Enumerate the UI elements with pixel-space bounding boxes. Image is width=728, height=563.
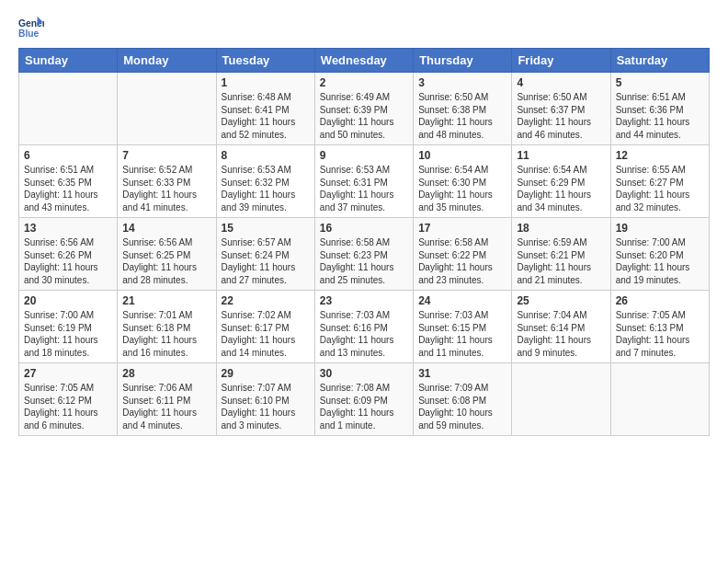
day-number: 2 xyxy=(320,76,408,89)
weekday-friday: Friday xyxy=(512,49,610,73)
day-number: 8 xyxy=(222,149,310,162)
weekday-thursday: Thursday xyxy=(414,49,512,73)
week-row-3: 13Sunrise: 6:56 AMSunset: 6:26 PMDayligh… xyxy=(19,218,710,291)
calendar-cell: 12Sunrise: 6:55 AMSunset: 6:27 PMDayligh… xyxy=(610,145,709,218)
day-number: 16 xyxy=(320,222,408,235)
day-info: Sunrise: 7:05 AMSunset: 6:13 PMDaylight:… xyxy=(616,309,704,359)
calendar-cell: 23Sunrise: 7:03 AMSunset: 6:16 PMDayligh… xyxy=(314,291,413,363)
calendar-cell: 14Sunrise: 6:56 AMSunset: 6:25 PMDayligh… xyxy=(118,218,216,291)
calendar-cell: 4Sunrise: 6:50 AMSunset: 6:37 PMDaylight… xyxy=(512,73,610,145)
day-info: Sunrise: 7:09 AMSunset: 6:08 PMDaylight:… xyxy=(418,382,506,431)
calendar-cell: 13Sunrise: 6:56 AMSunset: 6:26 PMDayligh… xyxy=(19,218,118,291)
calendar-cell: 19Sunrise: 7:00 AMSunset: 6:20 PMDayligh… xyxy=(610,218,709,291)
calendar-cell: 26Sunrise: 7:05 AMSunset: 6:13 PMDayligh… xyxy=(610,291,709,363)
day-number: 6 xyxy=(24,149,112,162)
calendar-cell: 27Sunrise: 7:05 AMSunset: 6:12 PMDayligh… xyxy=(19,363,118,436)
day-info: Sunrise: 7:04 AMSunset: 6:14 PMDaylight:… xyxy=(517,309,605,359)
day-number: 5 xyxy=(616,76,704,89)
day-info: Sunrise: 6:50 AMSunset: 6:38 PMDaylight:… xyxy=(418,91,506,141)
day-number: 23 xyxy=(320,294,408,307)
day-number: 31 xyxy=(418,367,506,380)
day-info: Sunrise: 7:06 AMSunset: 6:11 PMDaylight:… xyxy=(122,382,210,431)
calendar-header: SundayMondayTuesdayWednesdayThursdayFrid… xyxy=(19,49,710,73)
calendar-cell: 31Sunrise: 7:09 AMSunset: 6:08 PMDayligh… xyxy=(414,363,512,436)
day-number: 15 xyxy=(222,222,310,235)
calendar-cell xyxy=(118,73,216,145)
day-info: Sunrise: 7:08 AMSunset: 6:09 PMDaylight:… xyxy=(320,382,408,431)
day-number: 1 xyxy=(222,76,310,89)
day-number: 17 xyxy=(418,222,506,235)
calendar-cell xyxy=(19,73,118,145)
day-info: Sunrise: 7:01 AMSunset: 6:18 PMDaylight:… xyxy=(122,309,210,359)
calendar-cell: 25Sunrise: 7:04 AMSunset: 6:14 PMDayligh… xyxy=(512,291,610,363)
day-number: 21 xyxy=(122,294,210,307)
calendar-cell: 16Sunrise: 6:58 AMSunset: 6:23 PMDayligh… xyxy=(314,218,413,291)
calendar-cell: 11Sunrise: 6:54 AMSunset: 6:29 PMDayligh… xyxy=(512,145,610,218)
day-info: Sunrise: 7:02 AMSunset: 6:17 PMDaylight:… xyxy=(222,309,310,359)
day-info: Sunrise: 6:58 AMSunset: 6:22 PMDaylight:… xyxy=(418,236,506,286)
day-number: 13 xyxy=(24,222,112,235)
day-info: Sunrise: 7:00 AMSunset: 6:20 PMDaylight:… xyxy=(616,236,704,286)
week-row-1: 1Sunrise: 6:48 AMSunset: 6:41 PMDaylight… xyxy=(19,73,710,145)
calendar-cell: 3Sunrise: 6:50 AMSunset: 6:38 PMDaylight… xyxy=(414,73,512,145)
weekday-sunday: Sunday xyxy=(19,49,118,73)
day-info: Sunrise: 6:52 AMSunset: 6:33 PMDaylight:… xyxy=(122,164,210,213)
day-info: Sunrise: 6:49 AMSunset: 6:39 PMDaylight:… xyxy=(320,91,408,141)
day-number: 18 xyxy=(517,222,605,235)
day-number: 3 xyxy=(418,76,506,89)
calendar: SundayMondayTuesdayWednesdayThursdayFrid… xyxy=(18,48,710,436)
calendar-cell xyxy=(512,363,610,436)
calendar-cell: 6Sunrise: 6:51 AMSunset: 6:35 PMDaylight… xyxy=(19,145,118,218)
day-info: Sunrise: 7:03 AMSunset: 6:15 PMDaylight:… xyxy=(418,309,506,359)
day-number: 25 xyxy=(517,294,605,307)
day-info: Sunrise: 7:05 AMSunset: 6:12 PMDaylight:… xyxy=(24,382,112,431)
day-info: Sunrise: 6:58 AMSunset: 6:23 PMDaylight:… xyxy=(320,236,408,286)
day-number: 24 xyxy=(418,294,506,307)
calendar-cell: 17Sunrise: 6:58 AMSunset: 6:22 PMDayligh… xyxy=(414,218,512,291)
day-info: Sunrise: 6:51 AMSunset: 6:35 PMDaylight:… xyxy=(24,164,112,213)
day-info: Sunrise: 6:56 AMSunset: 6:25 PMDaylight:… xyxy=(122,236,210,286)
day-number: 10 xyxy=(418,149,506,162)
calendar-cell: 7Sunrise: 6:52 AMSunset: 6:33 PMDaylight… xyxy=(118,145,216,218)
calendar-cell: 9Sunrise: 6:53 AMSunset: 6:31 PMDaylight… xyxy=(314,145,413,218)
day-info: Sunrise: 7:00 AMSunset: 6:19 PMDaylight:… xyxy=(24,309,112,359)
page-header: General Blue xyxy=(18,15,710,40)
day-info: Sunrise: 6:53 AMSunset: 6:31 PMDaylight:… xyxy=(320,164,408,213)
day-number: 9 xyxy=(320,149,408,162)
day-number: 20 xyxy=(24,294,112,307)
calendar-cell: 5Sunrise: 6:51 AMSunset: 6:36 PMDaylight… xyxy=(610,73,709,145)
day-number: 14 xyxy=(122,222,210,235)
day-number: 29 xyxy=(222,367,310,380)
calendar-cell: 29Sunrise: 7:07 AMSunset: 6:10 PMDayligh… xyxy=(216,363,314,436)
day-number: 27 xyxy=(24,367,112,380)
day-info: Sunrise: 6:50 AMSunset: 6:37 PMDaylight:… xyxy=(517,91,605,141)
day-number: 30 xyxy=(320,367,408,380)
weekday-header-row: SundayMondayTuesdayWednesdayThursdayFrid… xyxy=(19,49,710,73)
calendar-cell: 24Sunrise: 7:03 AMSunset: 6:15 PMDayligh… xyxy=(414,291,512,363)
day-info: Sunrise: 6:55 AMSunset: 6:27 PMDaylight:… xyxy=(616,164,704,213)
weekday-tuesday: Tuesday xyxy=(216,49,314,73)
calendar-cell: 22Sunrise: 7:02 AMSunset: 6:17 PMDayligh… xyxy=(216,291,314,363)
day-info: Sunrise: 6:56 AMSunset: 6:26 PMDaylight:… xyxy=(24,236,112,286)
calendar-cell: 28Sunrise: 7:06 AMSunset: 6:11 PMDayligh… xyxy=(118,363,216,436)
day-number: 19 xyxy=(616,222,704,235)
day-number: 12 xyxy=(616,149,704,162)
day-number: 28 xyxy=(122,367,210,380)
logo-icon: General Blue xyxy=(18,15,44,40)
calendar-cell: 18Sunrise: 6:59 AMSunset: 6:21 PMDayligh… xyxy=(512,218,610,291)
calendar-cell: 30Sunrise: 7:08 AMSunset: 6:09 PMDayligh… xyxy=(314,363,413,436)
calendar-cell: 10Sunrise: 6:54 AMSunset: 6:30 PMDayligh… xyxy=(414,145,512,218)
day-info: Sunrise: 6:54 AMSunset: 6:29 PMDaylight:… xyxy=(517,164,605,213)
day-number: 26 xyxy=(616,294,704,307)
day-info: Sunrise: 6:59 AMSunset: 6:21 PMDaylight:… xyxy=(517,236,605,286)
calendar-cell: 15Sunrise: 6:57 AMSunset: 6:24 PMDayligh… xyxy=(216,218,314,291)
calendar-cell: 2Sunrise: 6:49 AMSunset: 6:39 PMDaylight… xyxy=(314,73,413,145)
day-info: Sunrise: 7:07 AMSunset: 6:10 PMDaylight:… xyxy=(222,382,310,431)
calendar-cell: 1Sunrise: 6:48 AMSunset: 6:41 PMDaylight… xyxy=(216,73,314,145)
day-number: 7 xyxy=(122,149,210,162)
day-info: Sunrise: 6:48 AMSunset: 6:41 PMDaylight:… xyxy=(222,91,310,141)
week-row-5: 27Sunrise: 7:05 AMSunset: 6:12 PMDayligh… xyxy=(19,363,710,436)
calendar-cell: 20Sunrise: 7:00 AMSunset: 6:19 PMDayligh… xyxy=(19,291,118,363)
week-row-4: 20Sunrise: 7:00 AMSunset: 6:19 PMDayligh… xyxy=(19,291,710,363)
calendar-body: 1Sunrise: 6:48 AMSunset: 6:41 PMDaylight… xyxy=(19,73,710,436)
